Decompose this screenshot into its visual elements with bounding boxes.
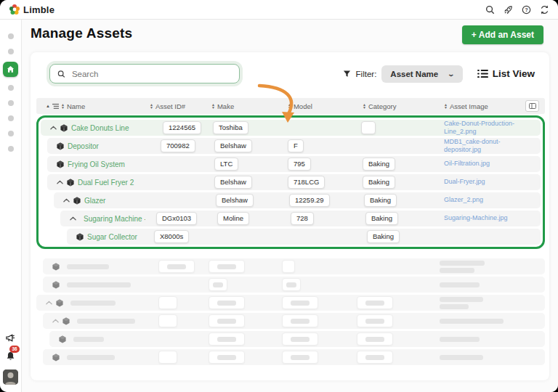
model-field[interactable]: 718LCG xyxy=(288,176,325,189)
sidebar-item-dot[interactable] xyxy=(8,49,14,54)
asset-name-link[interactable]: Dual Fuel Fryer 2 xyxy=(78,179,134,187)
list-view-toggle[interactable]: List View xyxy=(477,68,535,79)
chevron-up-icon[interactable] xyxy=(50,126,57,130)
category-field[interactable]: Baking xyxy=(367,230,400,243)
model-placeholder xyxy=(282,314,318,327)
left-sidebar: 36 xyxy=(0,20,22,392)
column-header-name[interactable]: ▲ ▲▼ Name xyxy=(36,102,145,110)
sort-icon: ▲▼ xyxy=(61,103,65,110)
model-field[interactable]: 795 xyxy=(288,158,311,171)
brand[interactable]: Limble xyxy=(9,4,54,15)
table-row[interactable]: Cake Donuts Line 1224565 Toshiba Cake-Do… xyxy=(41,120,541,136)
sidebar-item-dot[interactable] xyxy=(8,146,14,152)
model-field[interactable]: F xyxy=(288,139,304,152)
table-row-placeholder[interactable] xyxy=(43,258,545,274)
column-header-category[interactable]: ▲▼ Category xyxy=(358,102,440,110)
asset-id-field[interactable]: 700982 xyxy=(161,139,195,152)
app-window: Limble ? xyxy=(0,0,558,392)
column-settings-button[interactable] xyxy=(525,100,539,112)
column-header-make[interactable]: ▲▼ Make xyxy=(207,102,283,110)
model-field[interactable]: 728 xyxy=(291,212,314,225)
column-header-asset-image[interactable]: ▲▼ Asset Image xyxy=(440,102,523,110)
sort-icon: ▲▼ xyxy=(288,103,291,110)
image-placeholder xyxy=(440,355,483,360)
name-placeholder xyxy=(67,282,131,287)
table-row-placeholder[interactable] xyxy=(36,295,545,311)
add-asset-button[interactable]: + Add an Asset xyxy=(462,25,543,44)
rocket-icon[interactable] xyxy=(503,4,513,15)
model-placeholder xyxy=(282,332,318,346)
search-box[interactable] xyxy=(49,64,240,83)
asset-cube-icon xyxy=(52,354,60,362)
sidebar-item-home[interactable] xyxy=(3,62,18,77)
chevron-up-icon[interactable] xyxy=(46,301,52,305)
refresh-icon[interactable] xyxy=(539,4,549,15)
search-icon[interactable] xyxy=(485,4,495,15)
notification-badge: 36 xyxy=(9,346,20,353)
asset-image-link[interactable]: Sugaring-Machine.jpg xyxy=(444,214,508,222)
list-view-label: List View xyxy=(493,68,535,79)
notifications-bell[interactable]: 36 xyxy=(5,351,16,364)
table-row[interactable]: Glazer Belshaw 12259.29 Baking Glazer_2.… xyxy=(54,192,541,208)
sidebar-item-dot[interactable] xyxy=(8,115,14,121)
table-row-placeholder[interactable] xyxy=(49,331,545,347)
table-row[interactable]: Sugar Collector X8000s Baking xyxy=(67,229,541,245)
make-field[interactable]: LTC xyxy=(214,158,238,171)
column-header-asset-id[interactable]: ▲▼ Asset ID# xyxy=(145,102,207,110)
asset-name-link[interactable]: Cake Donuts Line xyxy=(71,124,129,132)
category-field[interactable]: Baking xyxy=(365,212,398,225)
chevron-up-icon[interactable] xyxy=(63,198,70,203)
chevron-up-icon[interactable] xyxy=(57,180,63,184)
filter-value: Asset Name xyxy=(390,70,438,78)
make-field[interactable]: Belshaw xyxy=(214,176,252,189)
asset-name-link[interactable]: Depositor xyxy=(68,142,99,150)
asset-id-field[interactable]: X8000s xyxy=(154,230,189,243)
asset-image-link[interactable]: MDB1_cake-donut-depositor.jpg xyxy=(444,138,522,155)
category-field[interactable]: Baking xyxy=(364,194,397,207)
megaphone-icon[interactable] xyxy=(5,332,16,346)
search-input[interactable] xyxy=(70,69,232,79)
asset-image-link[interactable]: Oil-Filtration.jpg xyxy=(444,160,490,168)
category-field[interactable]: Baking xyxy=(363,176,395,189)
category-field[interactable]: Baking xyxy=(363,158,395,171)
column-header-model[interactable]: ▲▼ Model xyxy=(283,102,358,110)
chevron-up-icon[interactable] xyxy=(52,319,59,323)
category-field[interactable] xyxy=(361,121,376,134)
sidebar-item-dot[interactable] xyxy=(8,85,14,91)
model-field[interactable]: 12259.29 xyxy=(289,194,330,207)
sidebar-item-dot[interactable] xyxy=(8,131,14,136)
asset-image-link[interactable]: Glazer_2.png xyxy=(444,196,483,204)
make-placeholder xyxy=(209,278,227,291)
asset-name-link[interactable]: Sugaring Machine - 0103 xyxy=(84,215,145,223)
table-row[interactable]: Sugaring Machine - 0103 DGx0103 Moline 7… xyxy=(60,211,541,226)
main-content: Manage Assets + Add an Asset Filter: xyxy=(22,20,558,392)
help-icon[interactable]: ? xyxy=(521,4,531,15)
asset-id-field[interactable]: DGx0103 xyxy=(156,212,197,225)
asset-name-link[interactable]: Glazer xyxy=(84,197,105,205)
asset-cube-icon xyxy=(73,197,81,205)
chevron-up-icon[interactable] xyxy=(70,216,76,221)
make-placeholder xyxy=(209,296,245,309)
highlighted-rows-group: Cake Donuts Line 1224565 Toshiba Cake-Do… xyxy=(36,115,545,249)
make-field[interactable]: Belshaw xyxy=(214,139,252,152)
sidebar-item-dot[interactable] xyxy=(8,33,14,39)
asset-image-link[interactable]: Cake-Donut-Production-Line_2.png xyxy=(444,120,522,136)
sidebar-item-dot[interactable] xyxy=(8,100,14,106)
asset-id-field[interactable]: 1224565 xyxy=(163,121,201,134)
make-field[interactable]: Belshaw xyxy=(216,194,254,207)
asset-cube-icon xyxy=(60,124,68,132)
asset-name-link[interactable]: Frying Oil System xyxy=(68,160,125,168)
filter-dropdown[interactable]: Asset Name ⌄ xyxy=(381,65,462,83)
user-avatar[interactable] xyxy=(3,369,18,385)
table-row-placeholder[interactable] xyxy=(43,277,545,293)
table-row[interactable]: Frying Oil System LTC 795 Baking Oil-Fil… xyxy=(47,156,541,172)
table-row[interactable]: Depositor 700982 Belshaw F MDB1_cake-don… xyxy=(47,138,541,154)
page-title: Manage Assets xyxy=(31,25,132,41)
table-row[interactable]: Dual Fuel Fryer 2 Belshaw 718LCG Baking … xyxy=(47,174,541,190)
table-row-placeholder[interactable] xyxy=(43,313,545,329)
make-field[interactable]: Moline xyxy=(217,212,249,225)
asset-image-link[interactable]: Dual-Fryer.jpg xyxy=(444,178,485,186)
asset-name-link[interactable]: Sugar Collector xyxy=(87,233,137,241)
make-field[interactable]: Toshiba xyxy=(213,121,248,134)
table-row-placeholder[interactable] xyxy=(43,349,545,365)
